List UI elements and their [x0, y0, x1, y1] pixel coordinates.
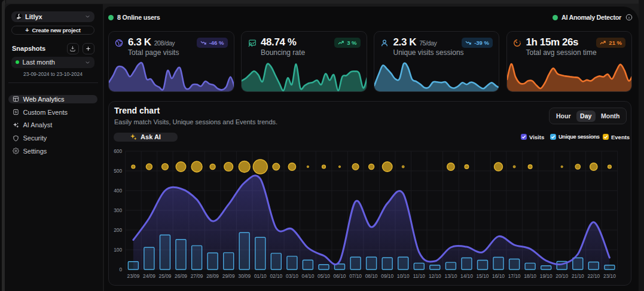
svg-text:0: 0: [119, 267, 122, 272]
svg-text:15/10: 15/10: [477, 273, 489, 279]
svg-text:19/10: 19/10: [540, 273, 553, 279]
svg-text:16/10: 16/10: [492, 273, 505, 279]
svg-text:09/10: 09/10: [381, 273, 393, 279]
svg-text:13/10: 13/10: [445, 273, 457, 279]
svg-text:600: 600: [114, 148, 122, 154]
svg-text:500: 500: [114, 168, 122, 174]
svg-text:14/10: 14/10: [460, 273, 473, 279]
svg-text:11/10: 11/10: [413, 273, 426, 279]
svg-text:01/10: 01/10: [254, 273, 267, 279]
svg-text:400: 400: [114, 188, 122, 194]
svg-text:20/10: 20/10: [556, 273, 568, 279]
svg-text:22/10: 22/10: [587, 273, 600, 279]
svg-text:17/10: 17/10: [508, 273, 521, 279]
svg-text:07/10: 07/10: [349, 273, 362, 279]
svg-text:30/09: 30/09: [238, 273, 251, 279]
svg-text:02/10: 02/10: [270, 273, 282, 279]
svg-text:18/10: 18/10: [524, 273, 536, 279]
svg-text:25/09: 25/09: [159, 273, 172, 279]
svg-text:28/09: 28/09: [206, 273, 219, 279]
svg-text:21/10: 21/10: [572, 273, 584, 279]
svg-text:12/10: 12/10: [429, 273, 441, 279]
svg-text:23/10: 23/10: [603, 273, 616, 279]
svg-text:200: 200: [114, 227, 122, 233]
svg-text:23/09: 23/09: [127, 273, 140, 279]
svg-text:300: 300: [114, 207, 122, 213]
svg-text:100: 100: [114, 247, 122, 253]
svg-text:03/10: 03/10: [286, 273, 298, 279]
svg-text:05/10: 05/10: [318, 273, 330, 279]
svg-text:27/09: 27/09: [191, 273, 203, 279]
svg-text:26/09: 26/09: [175, 273, 187, 279]
svg-text:10/10: 10/10: [397, 273, 410, 279]
svg-text:24/09: 24/09: [143, 273, 155, 279]
svg-text:04/10: 04/10: [302, 273, 315, 279]
svg-text:08/10: 08/10: [365, 273, 378, 279]
svg-text:06/10: 06/10: [334, 273, 346, 279]
svg-text:29/09: 29/09: [222, 273, 235, 279]
